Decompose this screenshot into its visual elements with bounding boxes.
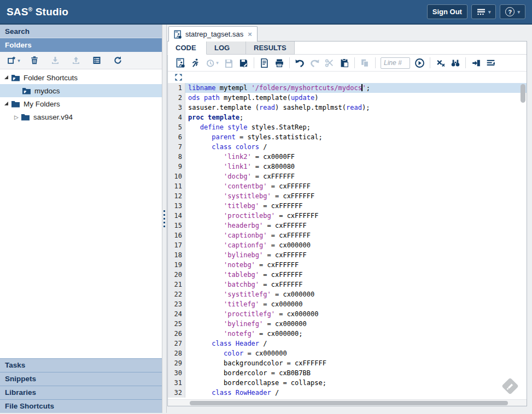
tab-code[interactable]: CODE (167, 42, 207, 55)
code-line[interactable]: 18 'bylinebg' = cxFFFFFF (168, 250, 527, 260)
expanded-triangle-icon[interactable] (4, 102, 8, 105)
close-icon[interactable]: × (248, 30, 252, 38)
code-line[interactable]: 24 'proctitlefg' = cx000000 (168, 309, 527, 319)
line-number: 32 (168, 388, 185, 398)
upload-icon (72, 56, 80, 65)
print-preview-button[interactable] (257, 56, 272, 70)
code-line[interactable]: 10 'docbg' = cxFFFFFF (168, 171, 527, 181)
refresh-button[interactable] (110, 54, 125, 68)
code-line[interactable]: 30 bordercolor = cxB0B7BB (168, 368, 527, 378)
line-number: 26 (168, 329, 185, 339)
code-line[interactable]: 14 'proctitlebg' = cxFFFFFF (168, 211, 527, 221)
upload-button[interactable] (69, 54, 83, 68)
navigation-pane: Search Folders ▾ (0, 25, 162, 413)
code-line[interactable]: 9 'link1' = cx800080 (168, 162, 527, 171)
code-line[interactable]: 29 backgroundcolor = cxFFFFFF (168, 358, 527, 368)
shortcut-folder-icon (11, 74, 20, 82)
delete-button[interactable] (27, 54, 42, 68)
code-line[interactable]: 6 parent = styles.statistical; (168, 132, 527, 142)
folders-section-header[interactable]: Folders (0, 38, 162, 52)
undo-button[interactable] (293, 56, 307, 70)
code-line[interactable]: 5 define style styles.StatRep; (168, 122, 527, 132)
paste-button[interactable] (337, 56, 352, 70)
sidebar-item-libraries[interactable]: Libraries (0, 386, 162, 399)
code-line[interactable]: 28 color = cx000000 (168, 348, 527, 358)
line-number: 15 (168, 221, 185, 230)
sidebar-item-file-shortcuts[interactable]: File Shortcuts (0, 399, 162, 413)
code-line[interactable]: 26 'notefg' = cx000000; (168, 329, 527, 339)
code-line[interactable]: 31 bordercollapse = collapse; (168, 378, 527, 388)
tree-item-folder-shortcuts[interactable]: Folder Shortcuts (0, 71, 162, 84)
indent-button[interactable] (469, 56, 483, 70)
properties-button[interactable] (90, 54, 104, 68)
code-line[interactable]: 19 'notebg' = cxFFFFFF (168, 260, 527, 270)
tree-item-mydocs[interactable]: mydocs (0, 84, 162, 97)
maximize-view-button[interactable] (174, 73, 183, 81)
line-number: 11 (168, 181, 185, 191)
clear-code-button[interactable] (433, 56, 448, 70)
folder-icon (11, 100, 20, 108)
line-number: 25 (168, 319, 185, 329)
code-line[interactable]: 15 'headerbg' = cxFFFFFF (168, 221, 527, 230)
redo-button[interactable] (307, 56, 322, 70)
code-line[interactable]: 21 'batchbg' = cxFFFFFF (168, 280, 527, 289)
line-number: 22 (168, 289, 185, 299)
horizontal-scrollbar-track[interactable] (168, 399, 527, 406)
program-button[interactable] (173, 56, 188, 70)
code-line[interactable]: 11 'contentbg' = cxFFFFFF (168, 181, 527, 191)
tab-log[interactable]: LOG (207, 42, 246, 55)
code-editor[interactable]: 1libname mytempl '/folders/myshortcuts/m… (168, 83, 527, 399)
sidebar-item-snippets[interactable]: Snippets (0, 372, 162, 386)
application-options-button[interactable]: ▾ (471, 4, 496, 19)
code-line[interactable]: 25 'bylinefg' = cx000000 (168, 319, 527, 329)
view-tabs: CODE LOG RESULTS (168, 42, 527, 55)
code-line[interactable]: 16 'captionbg' = cxFFFFFF (168, 230, 527, 240)
code-line[interactable]: 20 'tablebg' = cxFFFFFF (168, 270, 527, 280)
help-button[interactable]: ? ▾ (500, 4, 525, 19)
run-button[interactable] (188, 56, 203, 70)
code-line[interactable]: 27 class Header / (168, 339, 527, 348)
expanded-triangle-icon[interactable] (4, 75, 8, 79)
code-line[interactable]: 2ods path mytempl.template(update) (168, 93, 527, 103)
code-line[interactable]: 17 'captionfg' = cx000000 (168, 240, 527, 250)
new-item-button[interactable]: ▾ (7, 54, 21, 68)
code-line[interactable]: 8 'link2' = cx0000FF (168, 152, 527, 162)
code-line[interactable]: 3sasuser.template (read) sashelp.tmplmst… (168, 103, 527, 113)
find-replace-button[interactable] (448, 56, 463, 70)
code-line[interactable]: 32 class RowHeader / (168, 388, 527, 398)
vertical-scrollbar[interactable] (521, 84, 525, 103)
sign-out-button[interactable]: Sign Out (427, 4, 467, 19)
code-line[interactable]: 12 'systitlebg' = cxFFFFFF (168, 191, 527, 201)
format-code-button[interactable] (483, 56, 498, 70)
search-section-header[interactable]: Search (0, 25, 162, 38)
pane-splitter[interactable] (162, 25, 167, 413)
tree-item-my-folders[interactable]: My Folders (0, 97, 162, 110)
print-button[interactable] (272, 56, 287, 70)
sidebar-item-tasks[interactable]: Tasks (0, 358, 162, 372)
submission-history-button[interactable]: ▾ (203, 56, 221, 70)
line-number: 23 (168, 299, 185, 309)
line-number: 29 (168, 358, 185, 368)
line-number-input[interactable] (381, 57, 410, 69)
cut-button[interactable] (322, 56, 337, 70)
go-to-line-button[interactable] (412, 56, 427, 70)
code-line[interactable]: 7 class colors / (168, 142, 527, 152)
code-line[interactable]: 13 'titlebg' = cxFFFFFF (168, 201, 527, 211)
folder-icon (21, 113, 30, 121)
code-line[interactable]: 1libname mytempl '/folders/myshortcuts/m… (168, 83, 527, 93)
menu-icon (477, 8, 486, 16)
save-as-button[interactable] (236, 56, 251, 70)
download-button[interactable] (48, 54, 62, 68)
download-icon (51, 56, 60, 65)
copy-button[interactable] (358, 56, 372, 70)
save-button[interactable] (221, 56, 236, 70)
code-line[interactable]: 22 'systitlefg' = cx000000 (168, 289, 527, 299)
code-line[interactable]: 23 'titlefg' = cx000000 (168, 299, 527, 309)
line-number: 14 (168, 211, 185, 221)
document-tab[interactable]: statrep_tagset.sas × (168, 26, 258, 42)
tab-results[interactable]: RESULTS (246, 42, 295, 55)
horizontal-scrollbar-thumb[interactable] (190, 401, 508, 405)
tree-item-sasuser-v94[interactable]: ▷ sasuser.v94 (0, 110, 162, 123)
collapsed-triangle-icon[interactable]: ▷ (14, 114, 21, 120)
code-line[interactable]: 4proc template; (168, 113, 527, 122)
